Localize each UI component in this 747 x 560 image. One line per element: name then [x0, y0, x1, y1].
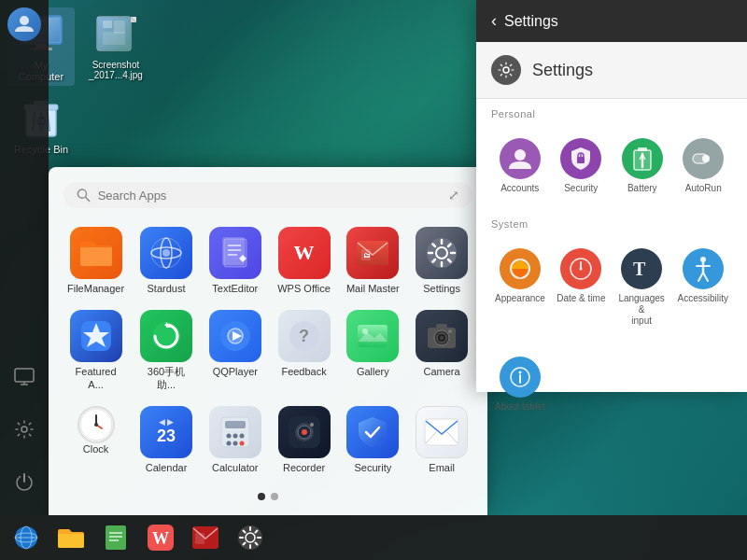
- desktop-icon-screenshot[interactable]: Screenshot _2017...4.jpg: [82, 7, 149, 84]
- settings-grid-1: Appearance Date & timeT Languages & inpu…: [476, 233, 747, 342]
- settings-item-about[interactable]: About tablet: [491, 349, 549, 420]
- launcher-app-360[interactable]: 360手机助...: [135, 306, 197, 394]
- app-label-feedback: Feedback: [281, 366, 326, 378]
- settings-label-appearance: Appearance: [495, 293, 545, 304]
- launcher-app-featured[interactable]: Featured A...: [63, 306, 128, 394]
- taskbar-app-globe[interactable]: [7, 519, 45, 556]
- launcher-app-feedback[interactable]: ? Feedback: [274, 306, 335, 394]
- settings-label-battery: Battery: [627, 183, 657, 194]
- launcher-app-calendar[interactable]: ◀ ▶ 23 Calendar: [135, 402, 197, 478]
- settings-item-battery[interactable]: Battery: [613, 131, 671, 202]
- launcher-app-calculator[interactable]: Calculator: [204, 402, 266, 478]
- svg-point-84: [503, 67, 509, 73]
- taskbar: W: [0, 515, 747, 560]
- settings-icon-language: T: [621, 248, 662, 289]
- svg-point-72: [226, 433, 231, 438]
- sidebar-settings-btn[interactable]: [6, 411, 43, 448]
- settings-gear-icon: [491, 55, 521, 85]
- launcher-app-wpsoffice[interactable]: WWPS Office: [274, 223, 335, 299]
- launcher-app-qqplayer[interactable]: QQPlayer: [204, 306, 266, 394]
- pagination-dot-0[interactable]: [258, 493, 265, 500]
- svg-line-48: [448, 245, 451, 247]
- settings-item-accessibility[interactable]: Accessibility: [674, 241, 732, 334]
- app-label-mailmaster: Mail Master: [346, 283, 400, 295]
- settings-item-accounts[interactable]: Accounts: [491, 131, 549, 202]
- settings-grid-2: About tablet: [476, 342, 747, 427]
- launcher-app-texteditor[interactable]: TextEditor: [204, 223, 266, 299]
- settings-item-security[interactable]: Security: [553, 131, 611, 202]
- launcher-app-camera[interactable]: Camera: [411, 306, 472, 394]
- svg-rect-57: [358, 325, 388, 347]
- taskbar-app-icons: W: [7, 519, 273, 556]
- svg-line-128: [256, 531, 258, 533]
- svg-line-47: [448, 259, 451, 262]
- svg-rect-90: [638, 147, 647, 151]
- app-label-calendar: Calendar: [146, 462, 188, 474]
- launcher-app-stardust[interactable]: Stardust: [135, 223, 197, 299]
- app-label-wpsoffice: WPS Office: [277, 283, 331, 295]
- search-input[interactable]: [98, 189, 448, 203]
- sidebar-bottom: [6, 358, 43, 508]
- settings-header-title: Settings: [504, 13, 558, 30]
- launcher-app-gallery[interactable]: Gallery: [342, 306, 403, 394]
- taskbar-app-folder[interactable]: [52, 519, 90, 556]
- screenshot-icon: [93, 11, 138, 56]
- app-label-clock: Clock: [83, 443, 109, 455]
- launcher-app-clock[interactable]: Clock: [63, 402, 128, 478]
- svg-point-76: [233, 441, 237, 445]
- sidebar-power-btn[interactable]: [6, 463, 43, 500]
- settings-item-appearance[interactable]: Appearance: [491, 241, 549, 334]
- settings-back-button[interactable]: ‹: [491, 11, 497, 31]
- launcher-app-recorder[interactable]: Recorder: [274, 402, 335, 478]
- launcher-app-settings[interactable]: Settings: [411, 223, 472, 299]
- settings-icon-appearance: [500, 248, 541, 289]
- taskbar-app-mail[interactable]: [187, 519, 224, 556]
- svg-point-77: [239, 441, 244, 445]
- settings-item-datetime[interactable]: Date & time: [553, 241, 610, 334]
- screenshot-label: Screenshot _2017...4.jpg: [89, 60, 143, 80]
- svg-rect-64: [436, 324, 447, 329]
- settings-icon-security: [560, 138, 601, 179]
- sidebar-monitor-btn[interactable]: [6, 358, 43, 396]
- svg-rect-31: [224, 239, 247, 267]
- settings-section-label-1: System: [476, 209, 747, 233]
- settings-icon-battery: [622, 138, 663, 179]
- app-label-settings: Settings: [423, 283, 460, 295]
- settings-item-language[interactable]: T Languages & input: [613, 241, 670, 334]
- settings-label-autorun: AutoRun: [685, 183, 722, 194]
- svg-point-19: [20, 16, 29, 25]
- launcher-search-bar[interactable]: ⤢: [63, 182, 472, 208]
- svg-point-59: [362, 329, 368, 334]
- taskbar-app-memo[interactable]: [97, 519, 134, 556]
- search-icon: [77, 188, 91, 203]
- svg-line-103: [698, 273, 703, 281]
- launcher-app-mailmaster[interactable]: 🗂 Mail Master: [342, 223, 403, 299]
- settings-main-title: Settings: [532, 61, 593, 80]
- pagination-dot-1[interactable]: [271, 493, 278, 500]
- app-label-featured: Featured A...: [67, 366, 124, 390]
- sidebar: [0, 0, 49, 515]
- svg-rect-119: [195, 533, 204, 544]
- expand-icon[interactable]: ⤢: [448, 188, 459, 203]
- svg-point-85: [514, 149, 526, 161]
- taskbar-app-settings[interactable]: [232, 519, 269, 556]
- launcher-app-filemanager[interactable]: FileManager: [63, 223, 128, 299]
- app-label-camera: Camera: [424, 366, 460, 378]
- launcher-app-security[interactable]: Security: [342, 402, 403, 478]
- svg-rect-83: [425, 419, 458, 445]
- svg-rect-9: [103, 32, 125, 45]
- settings-icon-datetime: [560, 248, 601, 289]
- settings-item-autorun[interactable]: AutoRun: [675, 131, 733, 202]
- launcher-app-email[interactable]: Email: [411, 402, 472, 478]
- svg-line-126: [244, 531, 246, 533]
- svg-rect-71: [225, 421, 246, 428]
- taskbar-app-wps[interactable]: W: [142, 519, 179, 556]
- svg-point-81: [302, 429, 307, 435]
- app-label-gallery: Gallery: [357, 366, 389, 378]
- app-grid: FileManager Stardust TextEditorWWPS Offi…: [63, 223, 472, 478]
- sidebar-avatar[interactable]: [7, 7, 41, 41]
- svg-line-25: [86, 198, 90, 202]
- settings-icon-about: [500, 357, 541, 398]
- svg-point-69: [94, 423, 98, 427]
- settings-label-datetime: Date & time: [557, 293, 605, 304]
